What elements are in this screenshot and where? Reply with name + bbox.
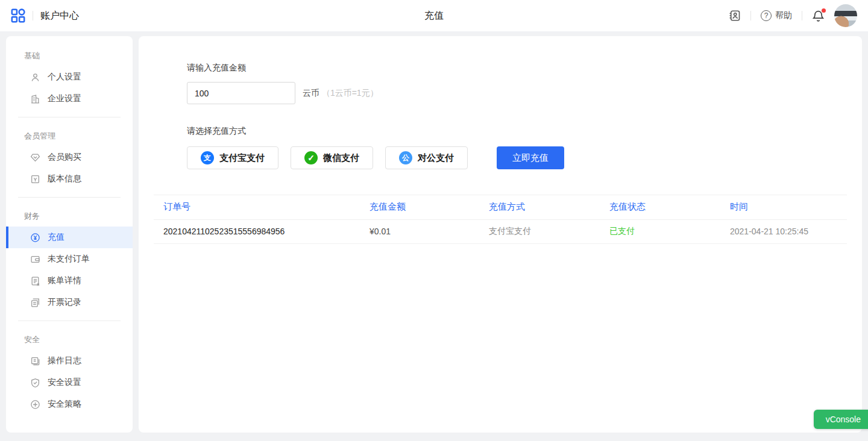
wallet-icon: [30, 254, 40, 264]
sidebar-item-label: 安全策略: [48, 399, 81, 410]
method-label: 请选择充值方式: [187, 126, 862, 137]
sidebar-divider: [18, 321, 121, 321]
sidebar-item-company-settings[interactable]: 企业设置: [6, 88, 133, 110]
recharge-yuan-icon: [30, 233, 40, 243]
sidebar: 基础 个人设置 企业设置 会员管理 会员购买 版本信息 财务 充值: [6, 36, 133, 433]
notification-badge: [822, 8, 826, 13]
cell-method: 支付宝支付: [479, 219, 600, 243]
log-pages-icon: [30, 356, 40, 366]
bill-doc-icon: [30, 276, 40, 286]
orders-table: 订单号 充值金额 充值方式 充值状态 时间 202104211025235155…: [154, 195, 847, 244]
app-grid-logo-icon[interactable]: [11, 8, 25, 23]
table-row: 20210421102523515556984956 ¥0.01 支付宝支付 已…: [154, 219, 847, 243]
sidebar-item-label: 企业设置: [48, 93, 81, 104]
sidebar-section-security: 安全: [6, 328, 133, 350]
sidebar-item-label: 会员购买: [48, 152, 81, 163]
recharge-now-button[interactable]: 立即充值: [497, 146, 564, 169]
corporate-pay-icon: 公: [399, 151, 412, 164]
cell-amount: ¥0.01: [360, 219, 479, 243]
notification-bell-icon[interactable]: [812, 10, 825, 22]
invoice-icon: [30, 298, 40, 308]
sidebar-item-bill-details[interactable]: 账单详情: [6, 270, 133, 292]
sidebar-item-security-policy[interactable]: 安全策略: [6, 393, 133, 415]
col-header-order-no: 订单号: [154, 195, 360, 219]
help-button[interactable]: ? 帮助: [761, 10, 792, 21]
user-avatar[interactable]: [834, 4, 857, 27]
page-title: 充值: [424, 10, 444, 22]
wechat-pay-icon: ✓: [304, 151, 318, 164]
amount-label: 请输入充值金额: [187, 63, 862, 74]
sidebar-item-label: 未支付订单: [48, 254, 90, 264]
sidebar-item-recharge[interactable]: 充值: [6, 227, 133, 248]
currency-note: （1云币=1元）: [322, 88, 379, 98]
sidebar-item-operation-log[interactable]: 操作日志: [6, 350, 133, 372]
question-icon: ?: [761, 10, 772, 21]
header-divider: [33, 11, 33, 20]
help-label: 帮助: [775, 10, 792, 21]
col-header-status: 充值状态: [600, 195, 720, 219]
pay-button-label: 对公支付: [418, 152, 454, 164]
header-divider: [802, 11, 802, 20]
sidebar-item-unpaid-orders[interactable]: 未支付订单: [6, 248, 133, 270]
shield-check-icon: [30, 378, 40, 388]
cell-time: 2021-04-21 10:25:45: [720, 219, 847, 243]
pay-button-label: 微信支付: [323, 152, 359, 164]
sidebar-divider: [18, 117, 121, 117]
app-title: 账户中心: [40, 10, 79, 22]
sidebar-item-label: 操作日志: [48, 355, 81, 366]
sidebar-divider: [18, 197, 121, 198]
sidebar-item-membership-purchase[interactable]: 会员购买: [6, 146, 133, 168]
corporate-pay-button[interactable]: 公 对公支付: [385, 146, 468, 169]
alipay-icon: 支: [201, 151, 214, 164]
sidebar-item-version-info[interactable]: 版本信息: [6, 168, 133, 190]
sidebar-item-label: 账单详情: [48, 275, 81, 286]
vconsole-button[interactable]: vConsole: [814, 410, 868, 429]
sidebar-section-basic: 基础: [6, 45, 133, 66]
sidebar-item-security-settings[interactable]: 安全设置: [6, 372, 133, 393]
sidebar-section-membership: 会员管理: [6, 125, 133, 146]
shield-plus-icon: [30, 399, 40, 410]
currency-unit: 云币: [303, 88, 319, 98]
gem-icon: [30, 152, 40, 163]
alipay-pay-button[interactable]: 支 支付宝支付: [187, 146, 278, 169]
sidebar-item-label: 开票记录: [48, 297, 81, 308]
col-header-amount: 充值金额: [360, 195, 479, 219]
col-header-method: 充值方式: [479, 195, 600, 219]
sidebar-item-label: 安全设置: [48, 377, 81, 388]
sidebar-section-finance: 财务: [6, 205, 133, 227]
sidebar-item-label: 版本信息: [48, 174, 81, 184]
sidebar-item-label: 个人设置: [48, 72, 81, 83]
sidebar-item-personal-settings[interactable]: 个人设置: [6, 66, 133, 88]
cell-order-no: 20210421102523515556984956: [154, 219, 360, 243]
col-header-time: 时间: [720, 195, 847, 219]
main-panel: 请输入充值金额 云币 （1云币=1元） 请选择充值方式 支 支付宝支付 ✓ 微信…: [139, 36, 862, 433]
version-doc-icon: [30, 174, 40, 184]
contact-book-icon[interactable]: [729, 10, 741, 22]
amount-input[interactable]: [187, 82, 295, 104]
building-icon: [30, 94, 40, 104]
wechat-pay-button[interactable]: ✓ 微信支付: [291, 146, 373, 169]
status-badge: 已支付: [600, 219, 720, 243]
sidebar-item-invoice-records[interactable]: 开票记录: [6, 292, 133, 313]
top-header: 账户中心 充值 ? 帮助: [0, 0, 868, 31]
user-icon: [30, 72, 40, 83]
pay-button-label: 支付宝支付: [219, 152, 265, 164]
table-header-row: 订单号 充值金额 充值方式 充值状态 时间: [154, 195, 847, 219]
header-divider: [750, 11, 751, 20]
sidebar-item-label: 充值: [48, 232, 64, 243]
